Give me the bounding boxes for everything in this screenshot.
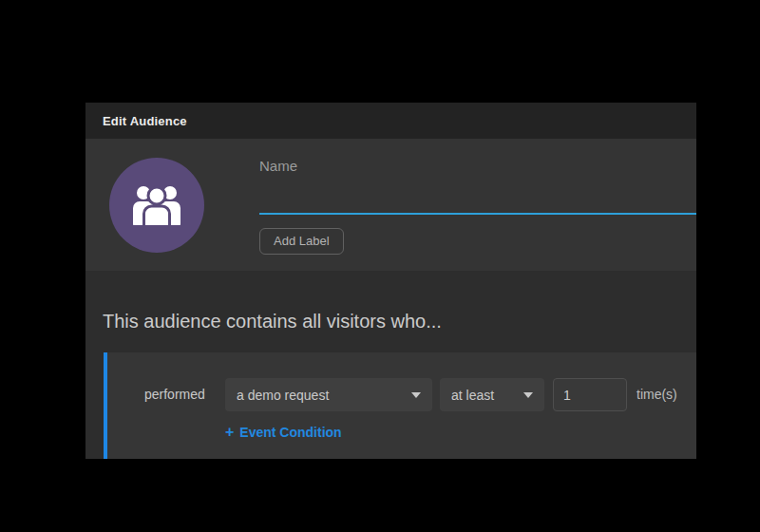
add-label-button[interactable]: Add Label: [259, 228, 344, 255]
condition-prefix-label: performed: [144, 378, 205, 411]
audience-definition-heading: This audience contains all visitors who.…: [103, 311, 442, 332]
edit-audience-modal: Edit Audience: [86, 103, 696, 459]
modal-titlebar: Edit Audience: [86, 103, 696, 139]
plus-icon: +: [225, 425, 234, 440]
modal-title: Edit Audience: [103, 114, 187, 128]
screen-background: Edit Audience: [0, 0, 760, 532]
comparator-dropdown-value: at least: [451, 388, 494, 403]
audience-avatar: [109, 158, 204, 253]
condition-suffix-label: time(s): [636, 378, 677, 411]
count-input[interactable]: [553, 378, 627, 411]
comparator-dropdown[interactable]: at least: [440, 378, 544, 411]
condition-block: performed a demo request at least time(s…: [104, 352, 696, 459]
condition-card: performed a demo request at least time(s…: [107, 352, 696, 459]
chevron-down-icon: [523, 392, 533, 398]
definition-section: This audience contains all visitors who.…: [86, 271, 696, 459]
add-event-condition-label: Event Condition: [239, 425, 341, 440]
chevron-down-icon: [411, 392, 421, 398]
event-dropdown-value: a demo request: [237, 388, 329, 403]
event-dropdown[interactable]: a demo request: [225, 378, 432, 411]
name-field-label: Name: [259, 158, 297, 174]
profile-section: Name Add Label: [86, 139, 696, 271]
add-event-condition-link[interactable]: + Event Condition: [225, 425, 342, 440]
name-input[interactable]: [259, 182, 696, 215]
group-icon: [127, 181, 186, 229]
